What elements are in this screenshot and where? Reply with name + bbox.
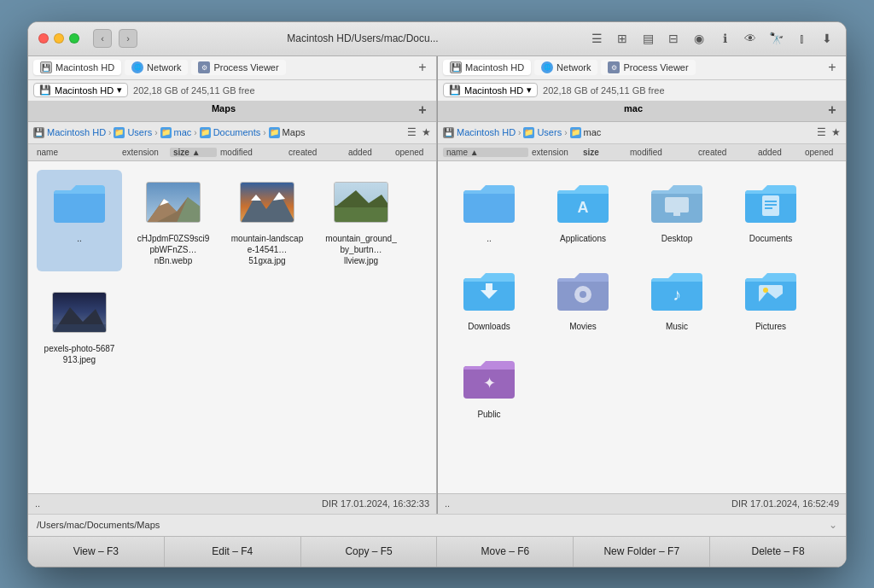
edit-button[interactable]: Edit – F4	[165, 537, 301, 567]
left-col-created[interactable]: created	[285, 148, 345, 157]
right-panel-tabs: 💾 Macintosh HD 🌐 Network ⚙ Process Viewe…	[438, 56, 846, 80]
panel-icon[interactable]: ⫿	[793, 30, 810, 47]
left-file-back[interactable]: ..	[37, 170, 122, 271]
svg-rect-0	[54, 190, 105, 223]
right-status-bar: .. DIR 17.01.2024, 16:52:49	[438, 493, 846, 514]
right-bookmark-icon[interactable]: ★	[831, 126, 841, 138]
right-col-name[interactable]: name ▲	[443, 148, 528, 157]
left-bc-maps-icon: 📁	[269, 127, 280, 138]
left-file-4[interactable]: pexels-photo-5687 913.jpeg	[37, 280, 122, 370]
left-bc-mac[interactable]: 📁 mac	[160, 127, 192, 138]
right-file-back[interactable]: ..	[446, 170, 532, 249]
left-drive-selector[interactable]: 💾 Macintosh HD ▾	[33, 83, 128, 97]
columns-icon[interactable]: ⊟	[665, 30, 682, 47]
path-chevron[interactable]: ⌄	[829, 519, 837, 531]
right-tab-network[interactable]: 🌐 Network	[534, 60, 597, 75]
preview-icon[interactable]: 👁	[742, 30, 759, 47]
svg-rect-16	[463, 190, 515, 223]
left-bc-hd-icon: 💾	[33, 127, 44, 138]
list-icon[interactable]: ▤	[639, 30, 656, 47]
right-view-list-icon[interactable]: ☰	[817, 126, 826, 138]
left-bc-users[interactable]: 📁 Users	[114, 127, 152, 138]
left-tab-macintosh-hd[interactable]: 💾 Macintosh HD	[33, 60, 121, 75]
left-tab-process-viewer[interactable]: ⚙ Process Viewer	[191, 60, 285, 75]
left-file-back-name: ..	[77, 233, 82, 244]
left-col-added[interactable]: added	[345, 148, 392, 157]
right-proc-icon: ⚙	[608, 61, 620, 73]
left-col-size[interactable]: size ▲	[170, 148, 217, 157]
delete-button[interactable]: Delete – F8	[710, 537, 846, 567]
toggle-icon[interactable]: ◉	[690, 30, 708, 47]
right-file-back-name: ..	[487, 233, 492, 244]
right-file-downloads[interactable]: Downloads	[446, 258, 532, 337]
right-desktop-icon	[650, 175, 704, 230]
svg-text:♪: ♪	[673, 285, 681, 304]
right-col-created[interactable]: created	[695, 148, 755, 157]
copy-button[interactable]: Copy – F5	[301, 537, 438, 567]
maximize-button[interactable]	[69, 33, 79, 44]
right-status-right: DIR 17.01.2024, 16:52:49	[731, 498, 839, 509]
left-bookmark-icon[interactable]: ★	[422, 126, 431, 138]
right-file-public[interactable]: ✦ Public	[446, 346, 532, 425]
right-file-pictures-name: Pictures	[755, 321, 786, 332]
proc-icon: ⚙	[198, 61, 210, 73]
menu-icon[interactable]: ☰	[588, 30, 605, 47]
right-bc-users-icon: 📁	[523, 127, 534, 138]
left-panel-title-text: Maps	[212, 103, 236, 114]
download-icon[interactable]: ⬇	[819, 30, 836, 47]
left-drive-chevron: ▾	[117, 84, 122, 96]
right-bc-macintosh[interactable]: 💾 Macintosh HD	[443, 127, 516, 138]
left-file-grid: ..	[28, 161, 436, 493]
grid-icon[interactable]: ⊞	[614, 30, 631, 47]
forward-button[interactable]: ›	[119, 29, 137, 48]
left-drive-name: Macintosh HD	[55, 85, 114, 96]
right-file-applications-name: Applications	[560, 233, 606, 244]
right-hd-icon: 💾	[450, 61, 462, 73]
right-col-size[interactable]: size	[580, 148, 626, 157]
right-col-mod[interactable]: modified	[626, 148, 695, 157]
left-col-ext[interactable]: extension	[119, 148, 170, 157]
left-tab-network[interactable]: 🌐 Network	[125, 60, 188, 75]
back-button[interactable]: ‹	[93, 29, 112, 48]
left-col-mod[interactable]: modified	[217, 148, 285, 157]
right-file-documents[interactable]: Documents	[728, 170, 813, 249]
right-drive-selector[interactable]: 💾 Macintosh HD ▾	[443, 83, 538, 97]
left-file-2[interactable]: mountain-landscap e-14541…51gxa.jpg	[224, 170, 310, 271]
right-file-pictures[interactable]: Pictures	[728, 258, 813, 337]
right-tab-net-label: Network	[556, 62, 591, 73]
left-file-1[interactable]: cHJpdmF0ZS9sci9pbWFnZS…nBn.webp	[131, 170, 216, 271]
right-file-desktop[interactable]: Desktop	[634, 170, 720, 249]
left-view-list-icon[interactable]: ☰	[407, 126, 417, 138]
close-button[interactable]	[38, 33, 49, 44]
info-icon[interactable]: ℹ	[716, 30, 733, 47]
left-col-name[interactable]: name	[33, 148, 119, 157]
left-bc-documents[interactable]: 📁 Documents	[200, 127, 261, 138]
zoom-icon[interactable]: 🔭	[767, 30, 784, 47]
right-col-opened[interactable]: opened	[801, 148, 846, 157]
right-pictures-icon	[743, 263, 798, 317]
right-file-applications[interactable]: A Applications	[540, 170, 626, 249]
left-tab-net-label: Network	[147, 62, 181, 73]
right-file-music[interactable]: ♪ Music	[634, 258, 720, 337]
left-file-3[interactable]: mountain_ground_ by_burtn…llview.jpg	[318, 170, 404, 271]
right-tab-macintosh-hd[interactable]: 💾 Macintosh HD	[443, 60, 531, 75]
minimize-button[interactable]	[54, 33, 64, 44]
left-col-opened[interactable]: opened	[392, 148, 437, 157]
right-panel-title-add[interactable]: +	[824, 102, 841, 119]
right-file-movies[interactable]: Movies	[540, 258, 626, 337]
left-panel-title-add[interactable]: +	[414, 102, 431, 119]
new-folder-button[interactable]: New Folder – F7	[574, 537, 710, 567]
view-button[interactable]: View – F3	[28, 537, 165, 567]
right-bc-users[interactable]: 📁 Users	[523, 127, 562, 138]
left-bc-macintosh[interactable]: 💾 Macintosh HD	[33, 127, 106, 138]
right-col-ext[interactable]: extension	[528, 148, 580, 157]
right-panel-add[interactable]: +	[824, 59, 841, 76]
right-col-added[interactable]: added	[755, 148, 801, 157]
move-button[interactable]: Move – F6	[437, 537, 574, 567]
right-tab-process-viewer[interactable]: ⚙ Process Viewer	[601, 60, 695, 75]
window-title: Macintosh HD/Users/mac/Docu...	[144, 32, 581, 44]
panels-container: 💾 Macintosh HD 🌐 Network ⚙ Process Viewe…	[28, 56, 846, 514]
left-tab-proc-label: Process Viewer	[213, 62, 278, 73]
left-panel-add[interactable]: +	[414, 59, 431, 76]
right-public-icon: ✦	[462, 351, 516, 405]
